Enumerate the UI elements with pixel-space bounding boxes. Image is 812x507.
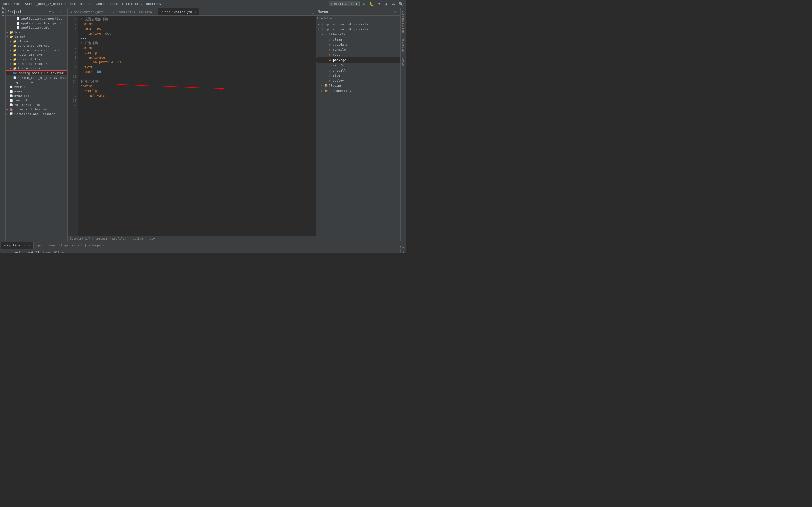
- project-dropdown-icon[interactable]: ▼: [49, 10, 51, 13]
- maven-label: test: [333, 53, 340, 57]
- bottom-left-icons: ▶ ↺ 🔧 ◼ 👁 📷 📌: [0, 249, 8, 253]
- tree-item-generated-sources[interactable]: ▶ 📁 generated-sources: [6, 43, 67, 48]
- notifications-tab[interactable]: Notifications: [401, 8, 406, 36]
- maven-refresh-icon[interactable]: ⟳: [317, 16, 320, 20]
- maven-item-lifecycle[interactable]: ▼ ⚙ Lifecycle: [316, 32, 400, 37]
- collapse-all-icon[interactable]: ⊟: [52, 9, 55, 14]
- maven-item-deploy[interactable]: ⚙ deploy: [316, 78, 400, 83]
- breadcrumb-part-2[interactable]: spring_boot_02_profile: [25, 2, 66, 6]
- maven-item-clean[interactable]: ⚙ clean: [316, 37, 400, 42]
- panel-settings-icon[interactable]: ⚙: [59, 9, 62, 14]
- maven-edge-tab[interactable]: Maven: [401, 55, 406, 69]
- maven-add-icon[interactable]: +: [326, 16, 328, 20]
- tree-item-target[interactable]: ▼ 📂 target: [6, 34, 67, 39]
- panel-close-icon[interactable]: —: [63, 9, 66, 14]
- tree-item-external-libs[interactable]: ▶ 📚 External Libraries: [6, 107, 67, 112]
- maven-minimize-icon[interactable]: —: [397, 10, 399, 13]
- tree-item-mvnw-cmd[interactable]: 📄 mvnw.cmd: [6, 94, 67, 98]
- tab-close-icon[interactable]: ✕: [194, 10, 196, 13]
- tab-label: BookController.java: [116, 10, 152, 14]
- maven-settings-icon[interactable]: ⚙: [394, 10, 396, 13]
- more-tabs-icon[interactable]: ⋯: [312, 11, 314, 15]
- run-button[interactable]: ▶: [361, 1, 367, 7]
- maven-item-plugins[interactable]: ▶ 📦 Plugins: [316, 83, 400, 88]
- tab-application-java[interactable]: J Application.java ✕: [68, 8, 110, 15]
- tree-item-test[interactable]: ▶ 📁 test: [6, 30, 67, 34]
- maven-item-site[interactable]: ⚙ site: [316, 73, 400, 78]
- bottom-tab-run[interactable]: ▶ Application ✕: [1, 242, 34, 249]
- validate-icon: ⚙: [328, 43, 332, 47]
- tree-item-maven-status[interactable]: ▶ 📁 maven-status: [6, 57, 67, 61]
- tree-item-generated-test-sources[interactable]: ▶ 📁 generated-test-sources: [6, 48, 67, 52]
- breadcrumb-part-6[interactable]: application.pro.properties: [112, 2, 161, 6]
- breadcrumb-part-1[interactable]: SpringBoot: [2, 2, 21, 6]
- tree-item-mvnw[interactable]: 📄 mvnw: [6, 89, 67, 94]
- maven-item-compile[interactable]: ⚙ compile: [316, 47, 400, 52]
- bottom-tab-label: Application: [7, 244, 28, 247]
- bottom-tab-close-icon[interactable]: ✕: [103, 244, 104, 247]
- maven-label: Plugins: [329, 84, 342, 88]
- tree-label: test: [14, 31, 22, 34]
- tree-item-test-props[interactable]: 📄 application.test.properties: [6, 21, 67, 25]
- soft-wrap-icon[interactable]: ≡: [402, 250, 404, 253]
- tree-label: application.properties: [21, 17, 62, 20]
- tree-item-scratches[interactable]: ▶ 📝 Scratches and Consoles: [6, 112, 67, 116]
- tab-close-icon[interactable]: ✕: [154, 10, 155, 13]
- editor-content: 12345 678910 1112131415 16171819 # 设置启用的…: [68, 16, 316, 236]
- run-item[interactable]: ✓ spring_boot_01_ 3 sec, 619 ms: [10, 251, 64, 253]
- tab-close-icon[interactable]: ✕: [105, 10, 107, 13]
- tree-item-gitignore[interactable]: ⬩ .gitignore: [6, 80, 67, 84]
- deploy-icon: ⚙: [328, 78, 332, 82]
- maven-item-validate[interactable]: ⚙ validate: [316, 42, 400, 47]
- breadcrumb-part-5[interactable]: resources: [92, 2, 109, 6]
- maven-item-install[interactable]: ⚙ install: [316, 68, 400, 73]
- tree-item-app-props[interactable]: 📄 application.properties: [6, 16, 67, 21]
- maven-label: package: [333, 58, 346, 62]
- install-icon: ⚙: [328, 68, 332, 72]
- maven-item-root1[interactable]: ▶ M spring_boot_01_quickstart: [316, 22, 400, 27]
- tree-item-jar-original[interactable]: 📄 spring_boot_01_quickstart-0.0.1-SNAPSH…: [6, 75, 67, 80]
- coverage-button[interactable]: ⊕: [376, 1, 382, 7]
- run-config-selector[interactable]: ▶ Application ▼: [329, 1, 360, 6]
- maven-label: spring_boot_01_quickstart: [325, 27, 372, 31]
- run-play-icon[interactable]: ▶: [1, 250, 6, 253]
- right-edge-tabs: Notifications Database Maven: [400, 8, 406, 241]
- maven-item-verify[interactable]: ⚙ verify: [316, 63, 400, 68]
- maven-item-package[interactable]: ⚙ package: [316, 57, 400, 63]
- tree-item-jar[interactable]: jar spring_boot_01_quickstart-0.0.1-SNAP…: [6, 70, 67, 75]
- bottom-tab-package[interactable]: spring_boot_01_quickstart [package] ✕: [34, 242, 108, 249]
- profile-button[interactable]: ◈: [384, 1, 389, 7]
- tree-item-helpmd[interactable]: 📋 HELP.md: [6, 84, 67, 89]
- bottom-settings-icon[interactable]: ⚙: [400, 245, 402, 249]
- breadcrumb-part-3[interactable]: src: [70, 2, 76, 6]
- code-editor[interactable]: # 设置启用的环境 spring: profiles: active: dev …: [79, 16, 316, 236]
- tree-item-app-yml[interactable]: 📄 application.yml: [6, 25, 67, 30]
- debug-button[interactable]: 🐛: [369, 1, 374, 7]
- tree-item-classes[interactable]: ▶ 📁 classes: [6, 39, 67, 43]
- maven-skip-icon[interactable]: ⊘: [324, 16, 326, 20]
- settings-button[interactable]: ⚙: [391, 1, 396, 7]
- database-tab[interactable]: Database: [401, 36, 406, 55]
- tree-item-maven-archiver[interactable]: ▶ 📁 maven-archiver: [6, 52, 67, 57]
- breadcrumb-part-4[interactable]: main: [80, 2, 88, 6]
- tree-arrow: ▶: [9, 49, 12, 52]
- bottom-minimize-icon[interactable]: —: [402, 245, 404, 249]
- maven-more-icon[interactable]: ⋯: [329, 16, 332, 20]
- tree-item-surefire[interactable]: ▶ 📁 surefire-reports: [6, 61, 67, 66]
- expand-all-icon[interactable]: ≡: [56, 9, 59, 14]
- tab-book-controller[interactable]: J BookController.java ✕: [110, 8, 158, 15]
- tab-application-yml[interactable]: Y application.yml ✕: [158, 8, 199, 15]
- tree-item-test-classes[interactable]: ▶ 📁 test-classes: [6, 66, 67, 70]
- maven-item-test[interactable]: ⚙ test: [316, 52, 400, 57]
- bottom-tab-close-icon[interactable]: ✕: [29, 244, 30, 247]
- project-sidebar-icon[interactable]: Project: [1, 9, 5, 13]
- maven-item-root2[interactable]: ▼ M spring_boot_01_quickstart: [316, 27, 400, 32]
- tree-item-pom[interactable]: 📄 pom.xml: [6, 98, 67, 103]
- props-icon: 📄: [16, 21, 20, 25]
- maven-item-dependencies[interactable]: ▶ 📦 Dependencies: [316, 88, 400, 93]
- search-button[interactable]: 🔍: [398, 1, 404, 7]
- folder-icon: 📁: [12, 66, 17, 70]
- package-icon: ⚙: [328, 58, 332, 62]
- tree-item-iml[interactable]: 📄 SpringBoot.iml: [6, 103, 67, 107]
- maven-run-icon[interactable]: ▶: [321, 16, 323, 20]
